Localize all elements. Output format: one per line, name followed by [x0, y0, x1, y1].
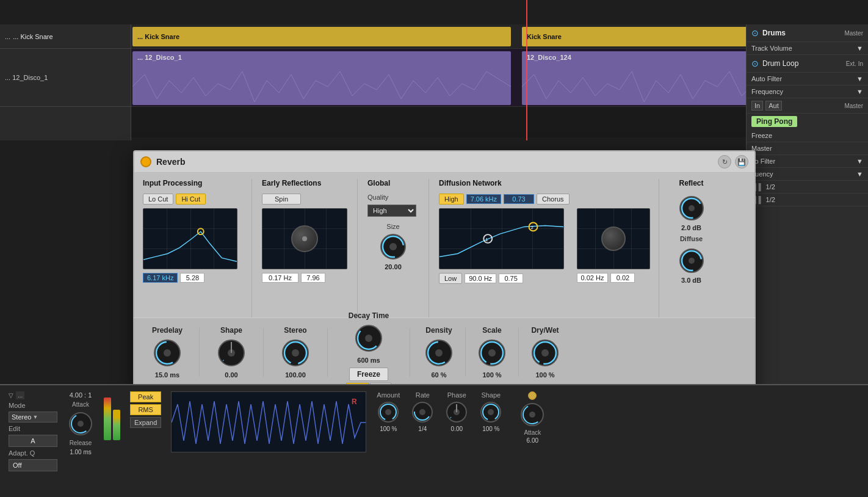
hi-cut-button[interactable]: Hi Cut	[176, 194, 206, 205]
rate-val: 1/4	[418, 426, 427, 432]
svg-point-32	[488, 349, 496, 357]
chorus-header-spacer	[577, 179, 651, 190]
scale-knob[interactable]	[476, 337, 508, 369]
reverb-save-button[interactable]: 💾	[735, 155, 748, 169]
lo-cut-button[interactable]: Lo Cut	[143, 194, 173, 205]
decay-time-container: Decay Time 600 ms Freeze Flat Cut	[335, 311, 402, 394]
svg-point-16	[164, 349, 171, 357]
amount-label: Amount	[377, 391, 400, 399]
spin-freq-value[interactable]: 0.17 Hz	[262, 273, 298, 283]
low-shape-value[interactable]: 0.75	[499, 274, 523, 283]
chorus-button[interactable]: Chorus	[537, 194, 569, 205]
diffuse-knob-container: 3.0 dB	[677, 246, 706, 284]
global-section: Global Quality High Low Mid Eco Size	[363, 179, 424, 270]
diffusion-top-row: High 7.06 kHz 0.73 Chorus	[439, 194, 570, 205]
high-button[interactable]: High	[439, 194, 464, 205]
input-proc-values: 6.17 kHz 5.28	[143, 273, 247, 283]
shape-label: Shape	[220, 326, 242, 335]
track-volume-chevron: ▼	[856, 45, 863, 52]
auto-filter-chevron: ▼	[856, 75, 863, 82]
half-label2: 1/2	[766, 196, 775, 203]
density-knob[interactable]	[423, 337, 455, 369]
amount-knob[interactable]	[376, 400, 400, 424]
expand-button[interactable]: Expand	[130, 417, 161, 428]
spin-dot	[302, 236, 307, 241]
adapt-q-box[interactable]: Off	[9, 459, 57, 471]
lower-daw-content: ▽ ... Mode Stereo ▼ Edit A Adapt. Q Off …	[0, 385, 868, 477]
freeze-button[interactable]: Freeze	[349, 368, 388, 381]
sidebar-frequency-row[interactable]: Frequency ▼	[747, 85, 868, 98]
decay-value: 600 ms	[357, 357, 380, 364]
reflect-value: 2.0 dB	[681, 224, 701, 231]
input-processing-title: Input Processing	[143, 179, 247, 187]
aut-label[interactable]: Aut	[765, 101, 782, 111]
sidebar-volume-row[interactable]: Track Volume ▼	[747, 42, 868, 55]
ping-pong-label: Ping Pong	[751, 116, 797, 127]
amount-knob-container: Amount 100 %	[376, 391, 400, 432]
in-label[interactable]: In	[751, 101, 763, 111]
size-value: 20.00	[385, 263, 402, 270]
rate-label: Rate	[416, 391, 430, 399]
sidebar-cofilter-row[interactable]: co Filter ▼	[747, 155, 868, 168]
svg-point-45	[419, 409, 425, 415]
quality-select-wrapper[interactable]: High Low Mid Eco	[367, 205, 419, 217]
reverb-power-button[interactable]	[140, 156, 151, 167]
attack2-knob[interactable]	[519, 401, 546, 428]
reverb-settings-button[interactable]: ↻	[718, 155, 731, 169]
svg-point-35	[541, 349, 549, 357]
sidebar-freeze-label: Freeze	[751, 132, 772, 139]
stereo-mode-value: Stereo	[12, 413, 31, 421]
svg-point-52	[488, 409, 494, 415]
diffusion-display[interactable]: 1 2	[439, 208, 564, 269]
track-clip-disco-1[interactable]: ... 12_Disco_1	[132, 51, 511, 105]
spin-button[interactable]: Spin	[262, 194, 301, 205]
mode-select-row: ▽ ...	[9, 391, 57, 399]
spin-circle[interactable]	[291, 225, 318, 252]
chorus-display[interactable]	[577, 208, 650, 269]
input-q-value[interactable]: 5.28	[180, 273, 204, 283]
early-reflections-section: Early Reflections Spin 0.17 Hz 7.96	[257, 179, 352, 283]
reflect-knob[interactable]	[677, 194, 706, 223]
rms-button[interactable]: RMS	[130, 404, 161, 415]
attack-knob[interactable]	[67, 410, 94, 437]
size-knob-container: Size 20.00	[367, 223, 419, 270]
spin-display[interactable]	[262, 208, 347, 269]
low-button[interactable]: Low	[439, 273, 462, 284]
frequency-label: Frequency	[751, 88, 783, 95]
rate-knob[interactable]	[410, 400, 435, 424]
predelay-knob[interactable]	[151, 337, 183, 369]
diffuse-knob[interactable]	[677, 246, 706, 275]
amount-val: 100 %	[380, 426, 397, 432]
sidebar-drums-row: ⊙ Drums Master	[747, 24, 868, 42]
eq-display[interactable]	[143, 208, 237, 269]
size-knob[interactable]	[378, 231, 408, 262]
chorus-freq-value[interactable]: 0.02 Hz	[577, 273, 609, 283]
meter-bar-2	[113, 410, 120, 440]
quality-dropdown[interactable]: High Low Mid Eco	[367, 205, 416, 217]
dry-wet-knob[interactable]	[529, 337, 561, 369]
chorus-val-value[interactable]: 0.02	[610, 273, 635, 283]
peak-button[interactable]: Peak	[130, 391, 161, 402]
sidebar-auto-filter-row[interactable]: Auto Filter ▼	[747, 73, 868, 85]
decay-knob[interactable]	[353, 322, 385, 354]
edit-value-box[interactable]: A	[9, 435, 57, 447]
low-freq-value[interactable]: 90.0 Hz	[465, 274, 496, 283]
diffusion-freq-value[interactable]: 7.06 kHz	[466, 194, 501, 204]
early-reflections-title: Early Reflections	[262, 179, 347, 187]
reverb-title-icons: ↻ 💾	[718, 155, 748, 169]
input-freq-value[interactable]: 6.17 kHz	[143, 273, 178, 283]
shape-knob[interactable]	[215, 337, 247, 369]
shape-knob2[interactable]	[479, 400, 503, 424]
sidebar-quency-row[interactable]: quency ▼	[747, 168, 868, 181]
auto-filter-label: Auto Filter	[751, 75, 782, 82]
attack-label: Attack	[72, 401, 89, 408]
phase-knob[interactable]	[444, 400, 469, 424]
spin-amount-value[interactable]: 7.96	[301, 273, 325, 283]
diffusion-shape-value[interactable]: 0.73	[504, 194, 534, 204]
stereo-knob[interactable]	[280, 337, 311, 369]
chorus-knob[interactable]	[601, 227, 626, 251]
stereo-select[interactable]: Stereo ▼	[9, 412, 57, 423]
sidebar-half-row: ▐▐ 1/2	[747, 181, 868, 194]
waveform-display: R	[171, 391, 366, 452]
track-clip-kick-1[interactable]: ... Kick Snare	[132, 27, 511, 46]
